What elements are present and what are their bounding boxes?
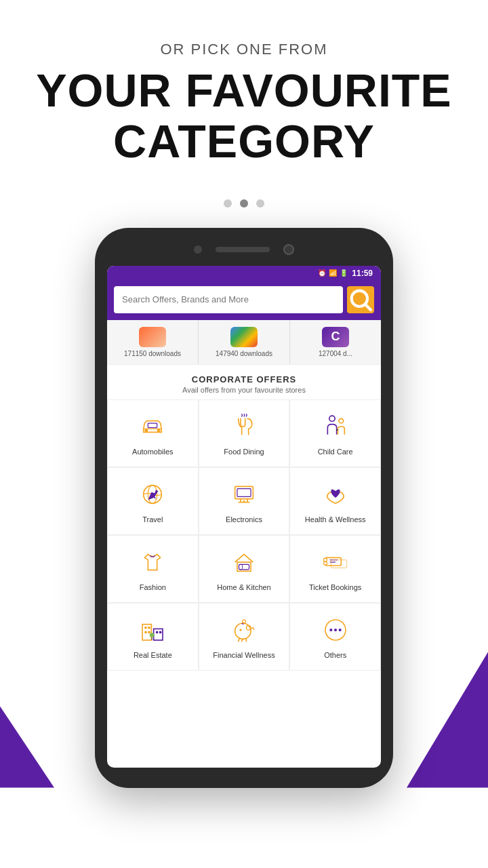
svg-rect-31: [148, 631, 150, 633]
status-icons: ⏰ 📶 🔋: [318, 269, 348, 277]
svg-rect-18: [239, 564, 249, 570]
hero-title: YOUR FAVOURITE CATEGORY: [27, 65, 461, 167]
category-child-care[interactable]: Child Care: [289, 399, 381, 467]
svg-line-1: [366, 304, 371, 310]
search-input[interactable]: [114, 286, 343, 313]
svg-rect-12: [237, 488, 251, 496]
search-icon: [347, 286, 374, 313]
signal-icon: 📶: [329, 269, 337, 277]
purple-corner-right: [407, 652, 488, 788]
realestate-icon: [137, 614, 168, 646]
download-count-1: 171150 downloads: [111, 350, 194, 357]
health-svg: [322, 481, 349, 508]
phone-screen: ⏰ 📶 🔋 11:59: [107, 266, 381, 768]
svg-rect-3: [157, 429, 161, 432]
financial-label: Financial Wellness: [213, 651, 275, 659]
dot-3[interactable]: [256, 199, 264, 208]
category-travel[interactable]: Travel: [107, 467, 199, 535]
svg-point-6: [329, 416, 334, 421]
svg-point-48: [338, 629, 341, 631]
download-logo-1: [139, 327, 166, 347]
travel-label: Travel: [142, 515, 163, 524]
travel-svg: [139, 481, 166, 508]
childcare-icon: [320, 411, 351, 442]
search-bar: [107, 281, 381, 320]
battery-icon: 🔋: [340, 269, 348, 277]
category-electronics[interactable]: Electronics: [199, 467, 290, 535]
purple-corner-left: [0, 707, 54, 788]
svg-point-21: [323, 558, 327, 561]
category-financial[interactable]: $ Financial Wellness: [199, 603, 290, 671]
svg-rect-4: [148, 423, 157, 428]
financial-svg: $: [230, 616, 258, 644]
phone-sensor: [283, 244, 294, 255]
realestate-label: Real Estate: [134, 651, 172, 659]
category-fashion[interactable]: Fashion: [107, 535, 199, 603]
fashion-svg: [139, 549, 166, 576]
corporate-subtitle: Avail offers from your favourite stores: [114, 386, 374, 394]
fashion-label: Fashion: [140, 583, 166, 591]
category-grid: Automobiles: [107, 399, 381, 671]
download-logo-3: C: [322, 327, 349, 347]
automobiles-label: Automobiles: [132, 448, 174, 456]
hero-section: OR PICK ONE FROM YOUR FAVOURITE CATEGORY: [0, 0, 488, 180]
dot-2[interactable]: [240, 199, 248, 208]
speaker-grille: [216, 247, 270, 252]
search-button[interactable]: [347, 286, 374, 313]
pagination-dots: [0, 199, 488, 208]
svg-rect-25: [331, 559, 346, 568]
car-svg: [139, 413, 166, 440]
svg-rect-28: [145, 627, 147, 629]
electronics-svg: [230, 481, 258, 508]
download-count-3: 127004 d...: [294, 350, 377, 357]
food-label: Food Dining: [224, 448, 264, 456]
financial-icon: $: [228, 614, 260, 646]
category-ticket-bookings[interactable]: Ticket Bookings: [289, 535, 381, 603]
download-logo-2: [230, 327, 258, 347]
category-real-estate[interactable]: Real Estate: [107, 603, 199, 671]
food-icon: [228, 411, 260, 442]
download-item-3[interactable]: C 127004 d...: [290, 320, 381, 364]
svg-rect-29: [148, 627, 150, 629]
phone-mockup: ⏰ 📶 🔋 11:59: [0, 228, 488, 788]
category-automobiles[interactable]: Automobiles: [107, 399, 199, 467]
svg-rect-30: [145, 631, 147, 633]
svg-point-22: [323, 561, 327, 565]
phone-hardware-top: [107, 241, 381, 258]
health-icon: [320, 479, 351, 510]
download-item-2[interactable]: 147940 downloads: [199, 320, 290, 364]
corporate-title: CORPORATE OFFERS: [114, 374, 374, 384]
childcare-label: Child Care: [318, 448, 353, 456]
svg-point-7: [339, 418, 344, 423]
home-svg: [230, 549, 258, 576]
phone-frame: ⏰ 📶 🔋 11:59: [95, 228, 393, 788]
category-others[interactable]: Others: [289, 603, 381, 671]
home-label: Home & Kitchen: [217, 583, 270, 591]
svg-rect-33: [159, 631, 161, 633]
ticket-icon: [320, 547, 351, 578]
svg-point-46: [329, 629, 332, 631]
download-item-1[interactable]: 171150 downloads: [107, 320, 199, 364]
category-food-dining[interactable]: Food Dining: [199, 399, 290, 467]
category-health[interactable]: Health & Wellness: [289, 467, 381, 535]
corporate-header: CORPORATE OFFERS Avail offers from your …: [107, 365, 381, 399]
food-svg: [230, 413, 258, 440]
health-label: Health & Wellness: [305, 515, 366, 524]
childcare-svg: [322, 413, 349, 440]
dot-1[interactable]: [224, 199, 232, 208]
others-label: Others: [324, 651, 346, 659]
svg-point-47: [334, 629, 337, 631]
alarm-icon: ⏰: [318, 269, 326, 277]
ticket-label: Ticket Bookings: [309, 583, 361, 591]
download-count-2: 147940 downloads: [203, 350, 285, 357]
svg-point-35: [150, 633, 155, 637]
category-home-kitchen[interactable]: Home & Kitchen: [199, 535, 290, 603]
realestate-svg: [139, 616, 166, 644]
downloads-row: 171150 downloads 147940 downloads C 1270…: [107, 320, 381, 365]
electronics-label: Electronics: [226, 515, 262, 524]
home-icon: [228, 547, 260, 578]
front-camera: [194, 245, 202, 254]
hero-subtitle: OR PICK ONE FROM: [27, 41, 461, 58]
svg-point-38: [239, 629, 241, 631]
ticket-svg: [322, 549, 349, 576]
